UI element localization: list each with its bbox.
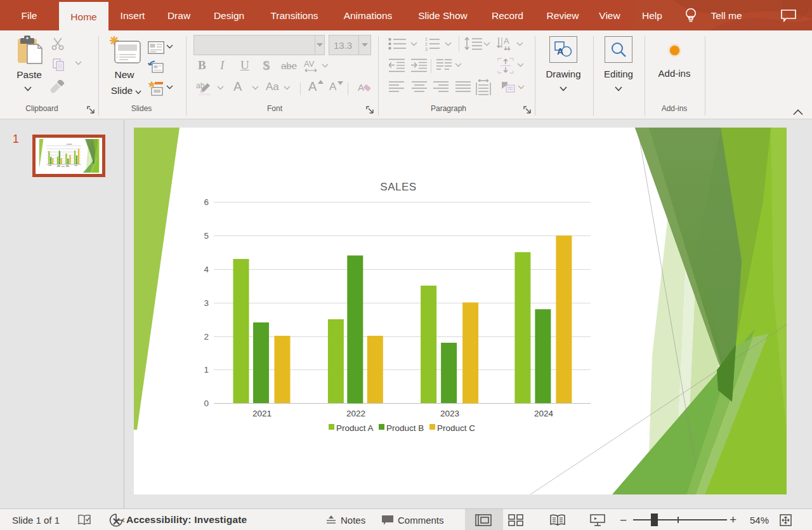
svg-text:AV: AV	[304, 60, 315, 69]
svg-text:1: 1	[425, 37, 428, 41]
svg-text:3: 3	[425, 47, 428, 51]
svg-text:2: 2	[425, 42, 428, 46]
svg-text:A: A	[557, 46, 563, 56]
svg-text:A: A	[504, 36, 509, 46]
svg-text:A: A	[358, 82, 364, 93]
